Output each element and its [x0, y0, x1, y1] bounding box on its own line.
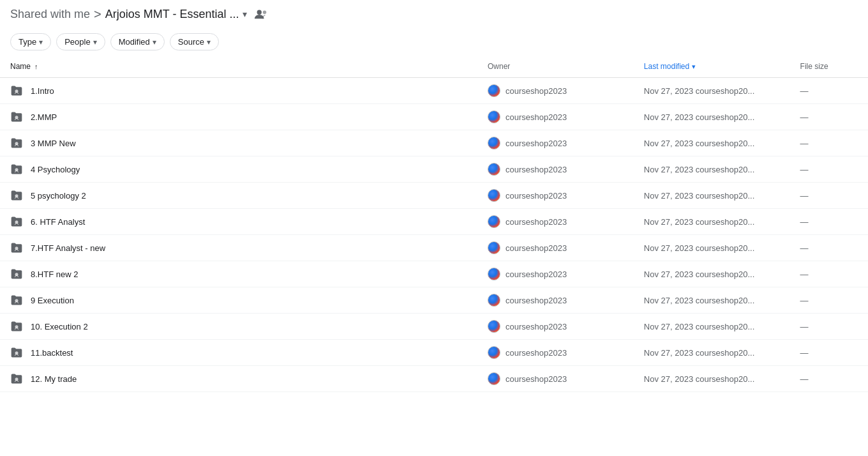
- cell-name: 1.Intro: [0, 78, 477, 104]
- filter-arrow-modified: ▾: [153, 38, 156, 47]
- cell-modified: Nov 27, 2023 courseshop20...: [634, 183, 790, 209]
- cell-owner: courseshop2023: [477, 340, 634, 366]
- cell-size: —: [790, 130, 868, 156]
- owner-name: courseshop2023: [505, 243, 567, 253]
- owner-name: courseshop2023: [505, 270, 567, 279]
- owner-avatar: [488, 110, 500, 123]
- cell-owner: courseshop2023: [477, 209, 634, 235]
- cell-owner: courseshop2023: [477, 235, 634, 261]
- cell-owner: courseshop2023: [477, 156, 634, 183]
- cell-size: —: [790, 156, 868, 183]
- owner-avatar: [488, 294, 500, 307]
- filter-chip-modified[interactable]: Modified▾: [110, 33, 165, 50]
- table-row[interactable]: 7.HTF Analyst - new courseshop2023 Nov 2…: [0, 235, 868, 261]
- owner-name: courseshop2023: [505, 86, 567, 96]
- breadcrumb-current-folder[interactable]: Arjoios MMT - Essential ...: [105, 8, 239, 21]
- cell-owner: courseshop2023: [477, 287, 634, 314]
- file-name: 12. My trade: [31, 374, 77, 384]
- filter-label-modified: Modified: [119, 37, 150, 47]
- cell-size: —: [790, 209, 868, 235]
- people-share-icon[interactable]: [253, 6, 269, 22]
- owner-name: courseshop2023: [505, 191, 567, 201]
- breadcrumb-shared-link[interactable]: Shared with me: [10, 8, 90, 21]
- filter-chip-people[interactable]: People▾: [56, 33, 105, 50]
- cell-modified: Nov 27, 2023 courseshop20...: [634, 366, 790, 392]
- cell-modified: Nov 27, 2023 courseshop20...: [634, 261, 790, 287]
- cell-modified: Nov 27, 2023 courseshop20...: [634, 78, 790, 104]
- cell-size: —: [790, 78, 868, 104]
- col-header-modified[interactable]: Last modified ▾: [634, 56, 790, 78]
- cell-name: 3 MMP New: [0, 130, 477, 156]
- cell-modified: Nov 27, 2023 courseshop20...: [634, 340, 790, 366]
- cell-name: 11.backtest: [0, 340, 477, 366]
- cell-name: 6. HTF Analyst: [0, 209, 477, 235]
- file-name: 6. HTF Analyst: [31, 217, 85, 227]
- folder-icon: [10, 163, 23, 176]
- filter-label-source: Source: [178, 37, 204, 47]
- filter-chip-type[interactable]: Type▾: [10, 33, 51, 50]
- cell-modified: Nov 27, 2023 courseshop20...: [634, 156, 790, 183]
- filter-arrow-source: ▾: [207, 38, 211, 47]
- cell-size: —: [790, 261, 868, 287]
- breadcrumb-chevron-icon[interactable]: ▾: [243, 9, 247, 19]
- folder-icon: [10, 110, 23, 123]
- owner-avatar: [488, 346, 500, 359]
- owner-avatar: [488, 215, 500, 228]
- filter-chip-source[interactable]: Source▾: [170, 33, 219, 50]
- folder-icon: [10, 137, 23, 149]
- file-name: 3 MMP New: [31, 139, 76, 148]
- table-row[interactable]: 2.MMP courseshop2023 Nov 27, 2023 course…: [0, 104, 868, 130]
- owner-avatar: [488, 163, 500, 176]
- filter-arrow-type: ▾: [39, 38, 43, 47]
- folder-icon: [10, 241, 23, 254]
- cell-modified: Nov 27, 2023 courseshop20...: [634, 287, 790, 314]
- file-table: Name ↑ Owner Last modified ▾ File size: [0, 56, 868, 392]
- owner-name: courseshop2023: [505, 374, 567, 384]
- cell-name: 4 Psychology: [0, 156, 477, 183]
- owner-name: courseshop2023: [505, 296, 567, 305]
- folder-icon: [10, 84, 23, 97]
- cell-size: —: [790, 340, 868, 366]
- table-row[interactable]: 10. Execution 2 courseshop2023 Nov 27, 2…: [0, 314, 868, 340]
- table-row[interactable]: 11.backtest courseshop2023 Nov 27, 2023 …: [0, 340, 868, 366]
- cell-owner: courseshop2023: [477, 183, 634, 209]
- cell-modified: Nov 27, 2023 courseshop20...: [634, 235, 790, 261]
- file-name: 1.Intro: [31, 86, 54, 96]
- table-row[interactable]: 9 Execution courseshop2023 Nov 27, 2023 …: [0, 287, 868, 314]
- file-name: 5 psychology 2: [31, 191, 86, 201]
- table-row[interactable]: 4 Psychology courseshop2023 Nov 27, 2023…: [0, 156, 868, 183]
- cell-modified: Nov 27, 2023 courseshop20...: [634, 104, 790, 130]
- owner-avatar: [488, 320, 500, 333]
- file-name: 11.backtest: [31, 348, 73, 358]
- folder-icon: [10, 372, 23, 385]
- folder-icon: [10, 215, 23, 228]
- filter-arrow-people: ▾: [93, 38, 97, 47]
- cell-size: —: [790, 366, 868, 392]
- cell-name: 2.MMP: [0, 104, 477, 130]
- folder-icon: [10, 268, 23, 280]
- table-header: Name ↑ Owner Last modified ▾ File size: [0, 56, 868, 78]
- col-header-size[interactable]: File size: [790, 56, 868, 78]
- cell-owner: courseshop2023: [477, 104, 634, 130]
- table-body: 1.Intro courseshop2023 Nov 27, 2023 cour…: [0, 78, 868, 392]
- cell-size: —: [790, 235, 868, 261]
- owner-avatar: [488, 241, 500, 254]
- name-sort-icon: ↑: [34, 63, 38, 70]
- table-row[interactable]: 8.HTF new 2 courseshop2023 Nov 27, 2023 …: [0, 261, 868, 287]
- owner-name: courseshop2023: [505, 112, 567, 122]
- table-row[interactable]: 1.Intro courseshop2023 Nov 27, 2023 cour…: [0, 78, 868, 104]
- table-row[interactable]: 3 MMP New courseshop2023 Nov 27, 2023 co…: [0, 130, 868, 156]
- table-row[interactable]: 6. HTF Analyst courseshop2023 Nov 27, 20…: [0, 209, 868, 235]
- col-header-owner[interactable]: Owner: [477, 56, 634, 78]
- col-header-name[interactable]: Name ↑: [0, 56, 477, 78]
- file-name: 4 Psychology: [31, 165, 80, 174]
- cell-name: 7.HTF Analyst - new: [0, 235, 477, 261]
- cell-name: 12. My trade: [0, 366, 477, 392]
- modified-sort-icon: ▾: [692, 63, 696, 71]
- cell-owner: courseshop2023: [477, 314, 634, 340]
- table-row[interactable]: 5 psychology 2 courseshop2023 Nov 27, 20…: [0, 183, 868, 209]
- breadcrumb: Shared with me > Arjoios MMT - Essential…: [0, 0, 868, 28]
- owner-name: courseshop2023: [505, 139, 567, 148]
- table-row[interactable]: 12. My trade courseshop2023 Nov 27, 2023…: [0, 366, 868, 392]
- cell-name: 5 psychology 2: [0, 183, 477, 209]
